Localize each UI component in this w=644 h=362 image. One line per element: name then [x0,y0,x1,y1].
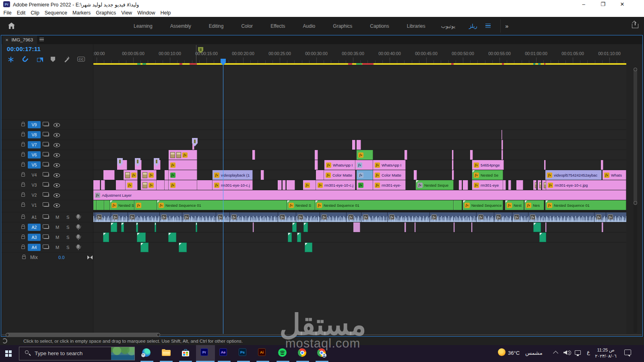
lock-icon[interactable] [21,144,25,146]
lock-icon[interactable] [21,154,25,156]
source-patch-icon[interactable] [44,193,49,197]
menu-markers[interactable]: Markers [70,9,93,17]
timeline-clip[interactable] [452,150,454,160]
timeline-clip[interactable] [111,222,117,232]
taskbar-icon-store[interactable] [181,348,191,358]
timeline-clip[interactable] [601,160,603,170]
timeline-clip[interactable] [288,232,292,242]
time-ruler[interactable]: 00:00:0000:00:05:0000:00:10:0000:00:15:0… [93,44,626,66]
timeline-settings-icon[interactable] [64,57,70,63]
toggle-track-output-icon[interactable] [54,143,60,147]
source-patch-icon[interactable] [44,226,49,229]
menu-graphics[interactable]: Graphics [93,9,119,17]
workspace-tab-Graphics[interactable]: Graphics [324,23,361,29]
timeline-clip-rm301-eye[interactable]: fxrm301-eye [472,180,503,190]
timeline-clip[interactable] [508,180,511,190]
panel-menu-icon[interactable] [39,38,44,41]
timeline-clip[interactable] [278,180,282,190]
timeline-clip[interactable] [116,180,126,190]
timeline-clip[interactable] [533,180,537,190]
lock-icon[interactable] [21,194,25,197]
timeline-clip[interactable] [93,200,97,210]
track-target-button[interactable]: A4 [28,244,41,251]
video-track-lane-v9[interactable] [93,119,626,130]
hscroll-right-handle[interactable] [157,333,160,337]
linked-selection-icon[interactable] [37,57,43,63]
timeline-clip-whats[interactable]: fxWhats [603,170,626,180]
menu-view[interactable]: View [119,9,135,17]
timeline-clip[interactable] [357,140,361,150]
taskbar-icon-premiere[interactable]: Pr [200,348,211,358]
timeline-clip[interactable]: fx [357,150,373,160]
solo-button[interactable]: S [66,235,69,240]
track-target-button[interactable]: V6 [28,151,41,158]
timeline-clip[interactable]: fx [357,170,373,180]
timeline-clip[interactable] [463,180,468,190]
source-patch-icon[interactable] [44,246,49,249]
lock-icon[interactable] [21,184,25,187]
toggle-track-output-icon[interactable] [54,133,60,137]
timeline-clip-whatsapp-i[interactable]: fxWhatsApp I [324,160,355,170]
captions-icon[interactable]: CC [77,57,85,62]
timeline-clip[interactable]: fx [303,180,316,190]
timeline-clip[interactable]: fx [355,160,373,170]
timeline-clip-videoplayback-(1[interactable]: fxvideoplayback (1 [213,170,253,180]
track-target-button[interactable]: V9 [28,121,41,128]
timeline-clip-adjustment-layer[interactable]: fxAdjustment Layer [93,190,626,200]
timeline-clip-nested-sequence-01[interactable]: fxNested Sequence 01 [315,200,454,210]
source-patch-icon[interactable] [44,216,49,219]
timeline-clip-54654pnge[interactable]: fx54654pnge [472,160,502,170]
solo-button[interactable]: S [66,215,69,220]
timeline-clip[interactable] [316,170,324,180]
timeline-clip[interactable] [252,150,255,160]
workspace-menu-icon[interactable] [485,24,491,28]
source-patch-icon[interactable] [44,173,49,177]
timeline-clip[interactable] [454,222,455,232]
track-target-button[interactable]: V5 [28,161,41,169]
timeline-clip[interactable]: fx [141,180,157,190]
timeline-clip[interactable] [414,170,417,180]
timeline-clip-nested-se[interactable]: fxNested Se [472,170,503,180]
timeline-clip[interactable] [303,222,308,232]
track-target-button[interactable]: A2 [28,224,41,231]
toggle-track-output-icon[interactable] [54,193,60,197]
timeline-clip[interactable] [297,232,301,242]
timeline-clip[interactable] [538,180,541,190]
export-icon[interactable] [632,22,638,28]
vscroll-bottom-handle[interactable] [634,201,637,205]
taskbar-icon-chrome[interactable] [298,348,308,358]
timeline-clip[interactable] [502,150,503,160]
solo-button[interactable]: S [66,225,69,230]
minimize-button[interactable]: – [581,0,586,8]
timeline-clip[interactable] [352,140,355,150]
taskbar-icon-explorer[interactable] [161,348,171,358]
track-target-button[interactable]: A3 [28,234,41,241]
timeline-clip[interactable] [104,200,110,210]
timeline-clip[interactable] [415,222,416,232]
timeline-clip[interactable] [315,160,318,170]
timeline-clip[interactable] [405,222,406,232]
timeline-tab[interactable]: ✕IMG_7963 [2,35,37,44]
timeline-clip-nested-seque[interactable]: fxNested Seque [416,180,454,190]
timeline-clip[interactable] [261,170,264,180]
home-icon[interactable] [8,23,15,29]
close-tab-icon[interactable]: ✕ [5,38,8,42]
source-patch-icon[interactable] [44,133,49,136]
source-patch-icon[interactable] [44,183,49,187]
timeline-clip[interactable] [503,180,506,190]
timeline-clip[interactable]: fx [126,180,138,190]
timeline-clip[interactable] [459,180,462,190]
timeline-clip-color-matte[interactable]: fxColor Matte [324,170,355,180]
timeline-clip[interactable] [93,180,100,190]
lock-icon[interactable] [21,204,25,207]
timeline-clip[interactable] [157,180,165,190]
timeline-clip[interactable] [97,200,104,210]
lock-icon[interactable] [21,134,25,136]
work-area-bar[interactable] [93,63,626,65]
timeline-clip[interactable]: fx [169,160,197,170]
timeline-clip[interactable] [292,222,297,232]
weather-temp[interactable]: 36°C [508,350,520,356]
toggle-track-output-icon[interactable] [54,173,60,177]
lock-icon[interactable] [21,174,25,177]
source-patch-icon[interactable] [44,143,49,146]
